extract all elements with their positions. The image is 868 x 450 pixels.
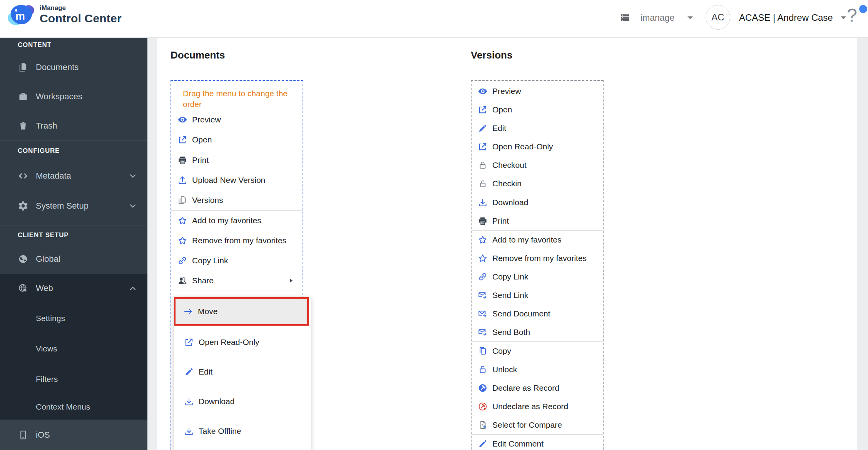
menu-item-remove-from-my-favorites[interactable]: Remove from my favorites — [472, 249, 603, 268]
phone-icon — [18, 430, 28, 440]
arrow-right-icon — [183, 306, 193, 316]
sidebar-item-filters[interactable]: Filters — [0, 364, 147, 394]
external-icon — [478, 142, 488, 152]
sidebar-item-context-menus[interactable]: Context Menus — [0, 394, 147, 420]
link-icon — [478, 272, 488, 282]
library-switcher[interactable]: imanage — [620, 9, 695, 26]
printer-icon — [177, 155, 187, 165]
menu-item-preview[interactable]: Preview — [171, 110, 303, 130]
avatar[interactable]: AC — [706, 5, 730, 30]
menu-item-label: Preview — [492, 87, 521, 96]
menu-item-label: Download — [492, 198, 528, 207]
gear-icon — [18, 201, 28, 211]
menu-item-send-document[interactable]: Send Document — [472, 304, 603, 323]
menu-item-share[interactable]: Share — [171, 271, 303, 291]
unlock-blue-icon — [478, 365, 488, 375]
menu-item-unlock[interactable]: Unlock — [472, 360, 603, 379]
star-icon — [478, 235, 488, 245]
menu-item-copy-link[interactable]: Copy Link — [472, 268, 603, 286]
menu-item-copy[interactable]: Copy — [472, 342, 603, 360]
sidebar-section-label: CLIENT SETUP — [0, 226, 147, 244]
external-icon — [184, 337, 194, 347]
star-icon — [478, 253, 488, 263]
lock-icon — [478, 160, 488, 170]
menu-item-copy-link[interactable]: Copy Link — [171, 251, 303, 271]
menu-item-upload-new-version[interactable]: Upload New Version — [171, 170, 303, 190]
sidebar-item-label: Trash — [36, 121, 57, 131]
documents-icon — [18, 62, 28, 73]
sidebar-item-views[interactable]: Views — [0, 333, 147, 364]
documents-column-title: Documents — [171, 49, 225, 61]
sidebar-item-workspaces[interactable]: Workspaces — [0, 82, 147, 111]
sidebar-item-global[interactable]: Global — [0, 244, 147, 274]
menu-item-take-offline[interactable]: Take Offline — [174, 416, 311, 446]
sidebar-item-web[interactable]: Web — [0, 274, 147, 303]
menu-item-open-read-only[interactable]: Open Read-Only — [472, 137, 603, 156]
menu-item-print[interactable]: Print — [472, 212, 603, 230]
menu-item-label: Send Link — [492, 291, 528, 300]
menu-item-open[interactable]: Open — [171, 130, 303, 150]
download-icon — [184, 396, 194, 407]
menu-item-open-read-only[interactable]: Open Read-Only — [174, 327, 311, 357]
sidebar-item-label: System Setup — [36, 201, 89, 211]
menu-item-declare-as-record[interactable]: Declare as Record — [472, 379, 603, 397]
menu-item-versions[interactable]: Versions — [171, 190, 303, 210]
sidebar-scrollbar[interactable] — [147, 37, 157, 450]
menu-item-label: Edit — [199, 367, 212, 376]
page-scrollbar[interactable] — [857, 37, 868, 450]
menu-item-label: Checkin — [492, 179, 522, 188]
send-icon — [478, 290, 488, 300]
menu-item-label: Send Both — [492, 328, 530, 337]
sidebar-item-settings[interactable]: Settings — [0, 303, 147, 333]
sidebar-item-ios[interactable]: iOS — [0, 420, 147, 450]
menu-item-preview[interactable]: Preview — [472, 82, 603, 100]
sidebar-item-label: Global — [36, 254, 60, 264]
menu-item-label: Preview — [192, 115, 221, 124]
menu-item-add-to-my-favorites[interactable]: Add to my favorites — [472, 231, 603, 249]
menu-item-checkout[interactable]: Checkout — [472, 156, 603, 174]
versions-column-title: Versions — [471, 49, 512, 61]
menu-item-open[interactable]: Open — [472, 100, 603, 119]
menu-item-remove-from-my-favorites[interactable]: Remove from my favorites — [171, 231, 303, 251]
menu-item-edit[interactable]: Edit — [174, 357, 311, 386]
sidebar-item-trash[interactable]: Trash — [0, 111, 147, 141]
versions-icon — [177, 195, 187, 205]
sidebar-section-label: CONTENT — [0, 37, 147, 53]
chevron-down-icon — [128, 201, 137, 211]
library-icon — [620, 12, 631, 23]
menu-item-add-to-my-favorites[interactable]: Add to my favorites — [171, 211, 303, 231]
sidebar-item-system-setup[interactable]: System Setup — [0, 191, 147, 221]
menu-item-edit[interactable]: Edit — [472, 119, 603, 137]
sidebar-item-documents[interactable]: Documents — [0, 53, 147, 82]
documents-menu-list: PreviewOpenPrintUpload New VersionVersio… — [171, 110, 303, 311]
menu-item-download[interactable]: Download — [174, 386, 311, 416]
sidebar-subitem-label: Settings — [36, 314, 65, 323]
brand-imanage: iManage — [40, 5, 122, 11]
menu-item-label: Share — [192, 276, 214, 285]
people-icon — [177, 276, 187, 286]
menu-item-edit-comment[interactable]: Edit Comment — [472, 435, 603, 450]
user-menu[interactable]: ACASE | Andrew Case — [739, 9, 848, 26]
menu-item-label: Select for Compare — [492, 420, 562, 430]
record-icon — [478, 383, 488, 393]
menu-item-label: Print — [492, 216, 509, 226]
imanage-logo: m — [7, 3, 37, 27]
sidebar-subitem-label: Filters — [36, 375, 58, 384]
chevron-up-icon — [128, 284, 137, 293]
menu-item-print[interactable]: Print — [171, 150, 303, 170]
menu-item-label: Copy Link — [492, 272, 528, 281]
menu-item-download[interactable]: Download — [472, 193, 603, 212]
menu-item-checkin[interactable]: Checkin — [472, 174, 603, 193]
menu-item-send-both[interactable]: Send Both — [472, 323, 603, 341]
external-icon — [478, 105, 488, 115]
sidebar-item-label: Workspaces — [36, 92, 82, 102]
sidebar-item-metadata[interactable]: Metadata — [0, 161, 147, 191]
menu-item-undeclare-as-record[interactable]: Undeclare as Record — [472, 397, 603, 416]
sidebar-spacer — [0, 221, 147, 226]
menu-item-select-for-compare[interactable]: Select for Compare — [472, 416, 603, 434]
menu-item-label: Copy — [492, 346, 511, 356]
help-icon[interactable]: ? — [847, 5, 857, 26]
menu-item-send-link[interactable]: Send Link — [472, 286, 603, 304]
menu-item-move[interactable]: Move — [174, 298, 309, 325]
app-header: m iManage Control Center imanage AC ACAS… — [0, 0, 868, 38]
